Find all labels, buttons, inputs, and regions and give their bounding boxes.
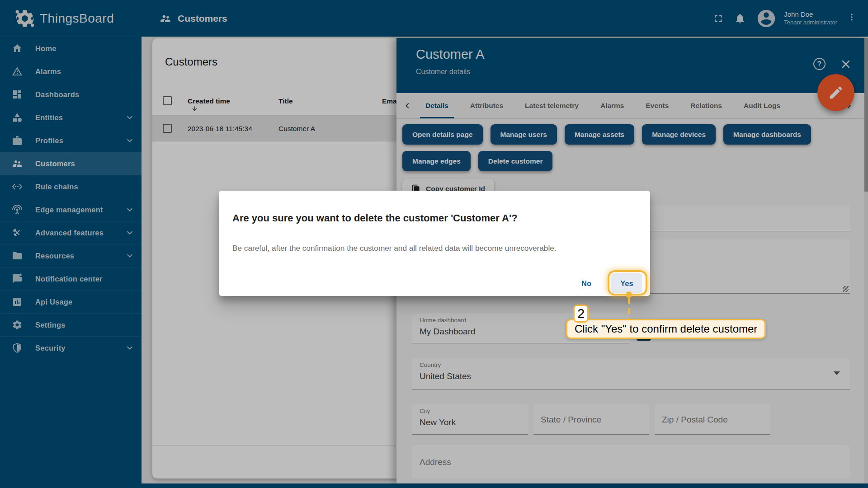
- dialog-title: Are you sure you want to delete the cust…: [232, 212, 518, 224]
- annotation-step-badge: 2: [573, 305, 589, 323]
- annotation-connector-dot: [626, 291, 632, 298]
- dialog-body: Be careful, after the confirmation the c…: [232, 244, 557, 253]
- annotation-connector-line: [628, 298, 630, 320]
- thingsboard-app: ThingsBoard Home Alarms Dashboards Entit…: [0, 0, 868, 488]
- confirm-delete-dialog: Are you sure you want to delete the cust…: [219, 191, 650, 296]
- annotation-label: Click "Yes" to confirm delete customer: [566, 319, 766, 339]
- no-button[interactable]: No: [575, 273, 598, 293]
